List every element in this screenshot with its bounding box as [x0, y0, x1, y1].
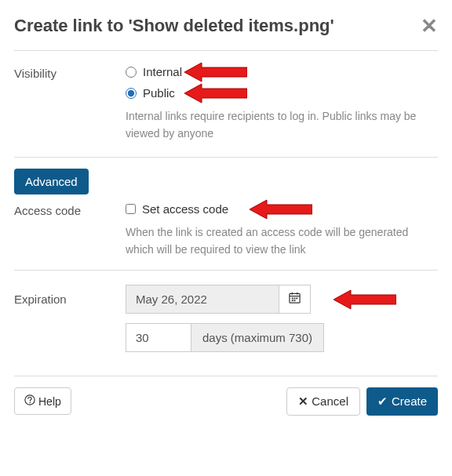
- visibility-internal-row: Internal: [126, 65, 438, 78]
- footer-right: ✕ Cancel ✔ Create: [286, 387, 438, 416]
- create-button[interactable]: ✔ Create: [366, 387, 438, 416]
- expiration-section: Expiration days (maximum 730): [14, 270, 438, 376]
- svg-rect-7: [292, 298, 293, 300]
- visibility-section: Visibility Internal Public Internal link…: [14, 50, 438, 157]
- help-button-label: Help: [38, 395, 61, 408]
- cancel-button[interactable]: ✕ Cancel: [286, 387, 360, 416]
- arrow-annotation-icon: [334, 287, 396, 312]
- expiration-date-group: [126, 285, 438, 314]
- help-icon: [24, 394, 35, 408]
- check-icon: ✔: [377, 394, 388, 409]
- dialog-footer: Help ✕ Cancel ✔ Create: [14, 376, 438, 416]
- create-link-dialog: Create link to 'Show deleted items.png' …: [0, 0, 452, 427]
- close-icon: ✕: [298, 394, 308, 409]
- svg-rect-8: [294, 298, 296, 300]
- expiration-label: Expiration: [14, 285, 126, 362]
- svg-marker-1: [184, 84, 247, 103]
- svg-rect-9: [296, 298, 297, 300]
- cancel-button-label: Cancel: [312, 394, 348, 408]
- access-code-checkbox-row: Set access code: [126, 202, 438, 216]
- access-code-help-text: When the link is created an access code …: [126, 223, 438, 259]
- visibility-public-row: Public: [126, 86, 438, 100]
- set-access-code-checkbox[interactable]: [126, 204, 136, 214]
- expiration-days-group: days (maximum 730): [126, 323, 438, 352]
- svg-point-14: [29, 402, 31, 404]
- svg-rect-10: [292, 300, 293, 301]
- arrow-annotation-icon: [184, 60, 247, 85]
- svg-rect-11: [294, 300, 296, 301]
- internal-radio-label[interactable]: Internal: [143, 65, 182, 78]
- public-radio-label[interactable]: Public: [143, 86, 175, 100]
- access-code-content: Set access code When the link is created…: [126, 202, 438, 259]
- help-button[interactable]: Help: [14, 387, 71, 415]
- dialog-header: Create link to 'Show deleted items.png' …: [14, 16, 438, 36]
- calendar-icon: [289, 292, 301, 306]
- access-code-row: Access code Set access code When the lin…: [14, 202, 438, 259]
- expiration-content: days (maximum 730): [126, 285, 438, 362]
- arrow-annotation-icon: [250, 197, 312, 222]
- calendar-button[interactable]: [279, 285, 311, 314]
- advanced-section: Advanced Access code Set access code Whe…: [14, 157, 438, 259]
- public-radio[interactable]: [126, 88, 137, 99]
- set-access-code-label[interactable]: Set access code: [142, 202, 228, 216]
- advanced-button[interactable]: Advanced: [14, 169, 89, 194]
- expiration-days-input[interactable]: [126, 323, 191, 352]
- svg-marker-2: [250, 200, 312, 219]
- svg-marker-12: [334, 290, 396, 309]
- visibility-content: Internal Public Internal links require r…: [126, 65, 438, 143]
- expiration-days-label: days (maximum 730): [191, 323, 324, 352]
- dialog-title: Create link to 'Show deleted items.png': [14, 16, 334, 36]
- create-button-label: Create: [392, 394, 427, 408]
- svg-marker-0: [184, 63, 247, 82]
- internal-radio[interactable]: [126, 67, 137, 78]
- arrow-annotation-icon: [184, 81, 247, 106]
- access-code-label: Access code: [14, 202, 126, 259]
- visibility-label: Visibility: [14, 65, 126, 143]
- expiration-date-input[interactable]: [126, 285, 279, 314]
- visibility-help-text: Internal links require recipients to log…: [126, 107, 438, 143]
- close-icon[interactable]: ✕: [421, 16, 438, 36]
